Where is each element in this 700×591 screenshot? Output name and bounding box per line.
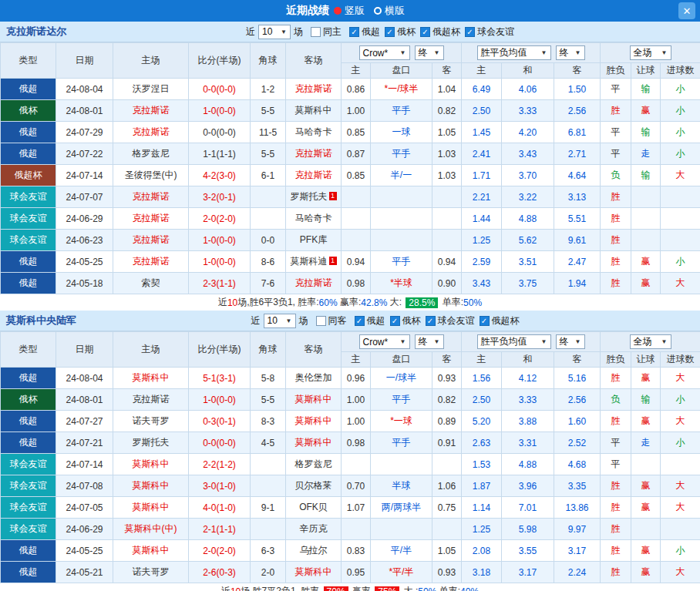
home-team[interactable]: 莫斯科中 xyxy=(113,454,189,475)
home-team[interactable]: 诺夫哥罗 xyxy=(113,411,189,432)
away-team[interactable]: 罗斯托夫1 xyxy=(286,186,342,208)
away-team[interactable]: 克拉斯诺 xyxy=(286,143,342,165)
away-team[interactable]: 马哈奇卡 xyxy=(286,122,342,143)
summary-segment: 赢率 xyxy=(350,585,374,591)
eu-away-odds: 5.16 xyxy=(554,368,601,389)
home-team[interactable]: 莫斯科中 xyxy=(113,540,189,562)
eu-draw-odds: 4.20 xyxy=(502,122,554,143)
eu-home-odds: 1.56 xyxy=(462,368,502,389)
odds-type-select[interactable]: 胜平负均值▼ xyxy=(477,334,551,349)
home-team[interactable]: 罗斯托夫 xyxy=(113,432,189,454)
home-team[interactable]: 索契 xyxy=(113,273,189,294)
ah-home-odds: 0.85 xyxy=(342,122,371,143)
league-filter-checkbox[interactable]: ✓俄超杯 xyxy=(420,25,460,39)
away-team[interactable]: PFK库 xyxy=(286,230,342,251)
home-team[interactable]: 诺夫哥罗 xyxy=(113,562,189,583)
same-venue-label: 同客 xyxy=(328,314,347,327)
home-team[interactable]: 克拉斯诺 xyxy=(113,208,189,230)
away-team[interactable]: 格罗兹尼 xyxy=(286,454,342,475)
eu-draw-odds: 3.70 xyxy=(502,165,554,186)
home-team[interactable]: 克拉斯诺 xyxy=(113,251,189,273)
league-filter-checkbox[interactable]: ✓俄杯 xyxy=(390,314,421,327)
home-team[interactable]: 莫斯科中(中) xyxy=(113,519,189,540)
home-team[interactable]: 莫斯科中 xyxy=(113,368,189,389)
odds-state-select[interactable]: 终▼ xyxy=(556,334,585,349)
home-team[interactable]: 克拉斯诺 xyxy=(113,389,189,411)
league-type-badge: 俄超 xyxy=(1,540,56,562)
odds-type-select[interactable]: 胜平负均值▼ xyxy=(477,45,551,60)
home-team[interactable]: 莫斯科中 xyxy=(113,497,189,519)
horizontal-layout-radio[interactable]: 横版 xyxy=(374,4,405,18)
eu-away-odds: 9.97 xyxy=(554,519,601,540)
league-filter-checkbox[interactable]: ✓球会友谊 xyxy=(426,314,475,327)
away-team[interactable]: 莫斯科中 xyxy=(286,432,342,454)
scope-select[interactable]: 全场▼ xyxy=(630,45,671,60)
away-team[interactable]: 克拉斯诺 xyxy=(286,79,342,100)
eu-home-odds: 5.20 xyxy=(462,411,502,432)
league-filter-checkbox[interactable]: ✓俄超杯 xyxy=(480,314,520,327)
scope-select[interactable]: 全场▼ xyxy=(630,334,671,349)
vertical-layout-radio[interactable]: 竖版 xyxy=(334,4,365,18)
bookmaker-state-select[interactable]: 终▼ xyxy=(415,334,444,349)
away-team[interactable]: 克拉斯诺 xyxy=(286,273,342,294)
bookmaker-state-select[interactable]: 终▼ xyxy=(415,45,444,60)
same-venue-checkbox[interactable]: 同客 xyxy=(316,314,347,327)
bookmaker-select[interactable]: Crow*▼ xyxy=(359,45,410,60)
away-team[interactable]: 奥伦堡加 xyxy=(286,368,342,389)
away-team[interactable]: 贝尔格莱 xyxy=(286,475,342,497)
away-team[interactable]: 乌拉尔 xyxy=(286,540,342,562)
near-label: 近 xyxy=(246,25,255,39)
ah-home-odds: 1.00 xyxy=(342,411,371,432)
away-team[interactable]: 马哈奇卡 xyxy=(286,208,342,230)
match-count-select[interactable]: 10▼ xyxy=(258,25,291,39)
horizontal-layout-label: 横版 xyxy=(385,4,405,18)
eu-draw-odds: 3.55 xyxy=(502,540,554,562)
away-team[interactable]: 莫斯科迪1 xyxy=(286,251,342,273)
away-team[interactable]: 莫斯科中 xyxy=(286,389,342,411)
chevron-down-icon: ▼ xyxy=(541,49,547,56)
col-goals: 进球数 xyxy=(661,63,700,79)
league-filter-checkbox[interactable]: ✓俄杯 xyxy=(385,25,416,39)
bookmaker-select[interactable]: Crow*▼ xyxy=(359,334,410,349)
eu-away-odds: 4.68 xyxy=(554,454,601,475)
handicap-odds-controls: Crow*▼ 终▼ xyxy=(342,43,462,63)
match-row: 俄超24-05-25克拉斯诺1-0(0-0)8-6莫斯科迪10.94平手0.94… xyxy=(1,251,700,273)
eu-home-odds: 1.25 xyxy=(462,519,502,540)
league-filter-checkbox[interactable]: ✓俄超 xyxy=(355,314,385,327)
chevron-down-icon: ▼ xyxy=(434,338,440,345)
home-team[interactable]: 克拉斯诺 xyxy=(113,100,189,122)
away-team[interactable]: 克拉斯诺 xyxy=(286,165,342,186)
col-corner: 角球 xyxy=(251,43,286,79)
ah-home-odds: 0.83 xyxy=(342,540,371,562)
league-filter-checkbox[interactable]: ✓球会友谊 xyxy=(465,25,514,39)
close-button[interactable]: ✕ xyxy=(678,2,695,19)
away-team[interactable]: 莫斯科中 xyxy=(286,100,342,122)
match-row: 俄超24-08-04莫斯科中5-1(3-1)5-8奥伦堡加0.96一/球半0.9… xyxy=(1,368,700,389)
summary-segment: 50% xyxy=(418,586,436,591)
away-team[interactable]: OFK贝 xyxy=(286,497,342,519)
away-team[interactable]: 辛历克 xyxy=(286,519,342,540)
home-team[interactable]: 圣彼得堡(中) xyxy=(113,165,189,186)
away-team[interactable]: 莫斯科中 xyxy=(286,562,342,583)
home-team[interactable]: 莫斯科中 xyxy=(113,475,189,497)
league-filter-label: 球会友谊 xyxy=(438,314,475,327)
same-venue-label: 同主 xyxy=(323,25,342,39)
eu-home-odds: 2.21 xyxy=(462,186,502,208)
league-filter-checkbox[interactable]: ✓俄超 xyxy=(349,25,380,39)
home-team[interactable]: 克拉斯诺 xyxy=(113,186,189,208)
eu-draw-odds: 3.33 xyxy=(502,100,554,122)
eu-home-odds: 1.14 xyxy=(462,497,502,519)
chevron-down-icon: ▼ xyxy=(400,338,406,345)
col-corner: 角球 xyxy=(251,332,286,368)
corners: 6-3 xyxy=(251,540,286,562)
home-team[interactable]: 沃罗涅日 xyxy=(113,79,189,100)
home-team[interactable]: 格罗兹尼 xyxy=(113,143,189,165)
ah-line: 平/半 xyxy=(371,540,432,562)
away-team[interactable]: 莫斯科中 xyxy=(286,411,342,432)
home-team[interactable]: 克拉斯诺 xyxy=(113,122,189,143)
match-count-select[interactable]: 10▼ xyxy=(264,314,296,328)
ah-away-odds xyxy=(432,230,462,251)
home-team[interactable]: 克拉斯诺 xyxy=(113,230,189,251)
same-venue-checkbox[interactable]: 同主 xyxy=(311,25,342,39)
odds-state-select[interactable]: 终▼ xyxy=(556,45,585,60)
